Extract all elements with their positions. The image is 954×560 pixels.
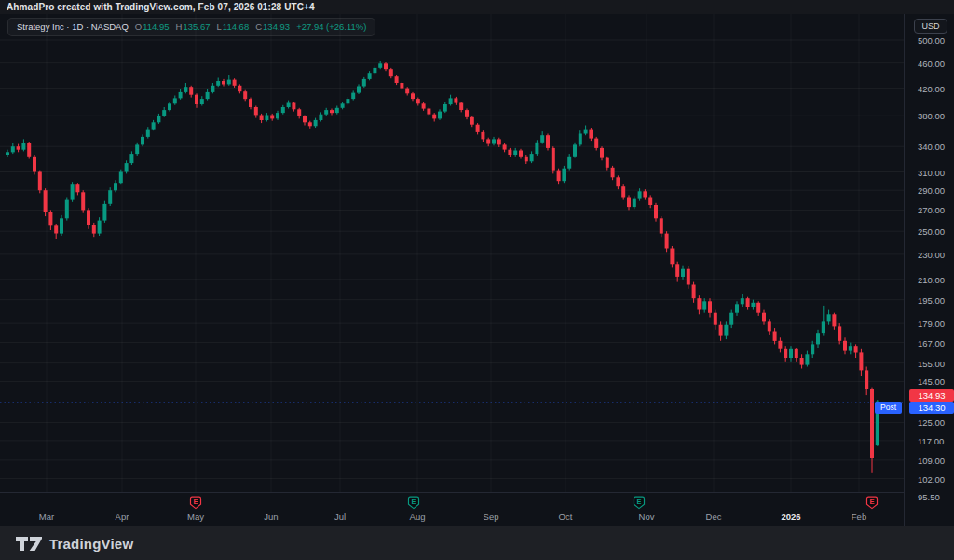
- candle: [557, 169, 561, 185]
- symbol-title: Strategy Inc · 1D · NASDAQ: [17, 21, 129, 32]
- candle: [162, 107, 166, 117]
- candle: [233, 78, 237, 88]
- candle: [567, 154, 571, 171]
- candle: [648, 195, 652, 208]
- price-tick-label: 340.00: [918, 142, 945, 152]
- candle: [395, 75, 399, 85]
- candle: [486, 138, 490, 147]
- candle: [816, 330, 820, 348]
- currency-toggle-button[interactable]: USD: [914, 19, 947, 34]
- candle: [795, 348, 798, 362]
- candle: [454, 97, 457, 105]
- candle: [443, 102, 447, 113]
- attribution-bar: AhmadPro created with TradingView.com, F…: [0, 0, 954, 14]
- time-tick-label: Dec: [706, 512, 722, 522]
- candle: [260, 114, 264, 123]
- candle: [708, 298, 712, 317]
- candle: [129, 151, 133, 165]
- earnings-badge-icon[interactable]: E: [407, 496, 420, 510]
- price-tick-label: 500.00: [918, 35, 945, 46]
- earnings-badge-icon[interactable]: E: [633, 496, 646, 510]
- candle: [660, 216, 663, 237]
- candle: [519, 149, 523, 159]
- time-tick-label: Jun: [264, 512, 278, 522]
- ohlc-item: L114.68: [217, 21, 250, 32]
- candle: [411, 92, 415, 101]
- candle: [513, 148, 517, 157]
- candle: [98, 217, 102, 236]
- time-tick-label: 2026: [781, 512, 800, 522]
- bottom-bar: TradingView: [0, 526, 954, 560]
- last-price-tag: 134.93: [909, 389, 954, 402]
- candlestick-plot[interactable]: [0, 0, 904, 526]
- price-tick-label: 145.00: [918, 376, 945, 387]
- candle: [146, 127, 150, 138]
- candle: [589, 128, 593, 141]
- candle: [546, 134, 550, 151]
- time-axis[interactable]: MarAprMayJunJulAugSepOctNovDec2026Feb E …: [0, 492, 904, 526]
- candle: [854, 344, 858, 358]
- candle: [65, 198, 69, 221]
- candle: [432, 113, 436, 121]
- candle: [292, 102, 295, 112]
- candle: [125, 160, 129, 173]
- candle: [81, 190, 85, 213]
- candle: [173, 96, 177, 105]
- price-tick-label: 290.00: [918, 185, 945, 196]
- candle: [314, 118, 318, 128]
- candle: [530, 151, 534, 163]
- candle: [384, 62, 388, 71]
- candle: [249, 98, 252, 110]
- candle: [470, 116, 474, 127]
- candle: [768, 319, 771, 335]
- candle: [92, 223, 96, 237]
- price-tick-label: 155.00: [918, 358, 945, 368]
- price-tick-label: 380.00: [918, 111, 945, 121]
- candle: [422, 102, 426, 111]
- candle: [297, 108, 301, 119]
- candle: [157, 114, 160, 124]
- candle: [481, 130, 484, 142]
- candle: [373, 65, 376, 74]
- post-market-price-tag: 134.30: [909, 402, 954, 414]
- candle: [579, 130, 582, 146]
- candle: [427, 107, 430, 116]
- candle: [681, 266, 685, 280]
- candle: [525, 155, 528, 164]
- candle: [152, 120, 156, 130]
- candle: [189, 86, 193, 98]
- candle: [832, 313, 836, 330]
- price-tick-label: 460.00: [918, 58, 945, 68]
- candle: [762, 310, 766, 325]
- candle: [741, 294, 744, 307]
- candle: [335, 106, 339, 115]
- candle: [859, 349, 863, 376]
- candle: [60, 215, 63, 236]
- candle: [508, 148, 511, 157]
- time-tick-label: Jul: [334, 512, 346, 522]
- candle: [459, 102, 463, 112]
- price-tick-label: 210.00: [918, 274, 945, 284]
- symbol-legend[interactable]: Strategy Inc · 1D · NASDAQ O114.95H135.6…: [7, 18, 375, 36]
- candle: [627, 195, 631, 210]
- candle: [822, 306, 825, 336]
- price-tick-label: 250.00: [918, 226, 945, 237]
- candle: [368, 71, 372, 80]
- ohlc-item: H135.67: [176, 21, 211, 32]
- price-axis[interactable]: USD 500.00460.00420.00380.00340.00310.00…: [904, 0, 954, 526]
- time-tick-label: Sep: [484, 512, 499, 522]
- candle: [184, 83, 187, 93]
- earnings-badge-icon[interactable]: E: [189, 496, 202, 510]
- candle: [702, 298, 706, 313]
- earnings-badge-icon[interactable]: E: [865, 496, 879, 510]
- candle: [54, 224, 58, 239]
- candle: [633, 196, 636, 209]
- candle: [200, 96, 204, 105]
- price-tick-label: 310.00: [918, 167, 945, 177]
- candle: [503, 143, 507, 153]
- candle: [168, 102, 171, 112]
- candle: [838, 323, 841, 344]
- candle: [71, 182, 75, 202]
- tradingview-logo[interactable]: TradingView: [16, 536, 133, 552]
- candle: [552, 146, 555, 173]
